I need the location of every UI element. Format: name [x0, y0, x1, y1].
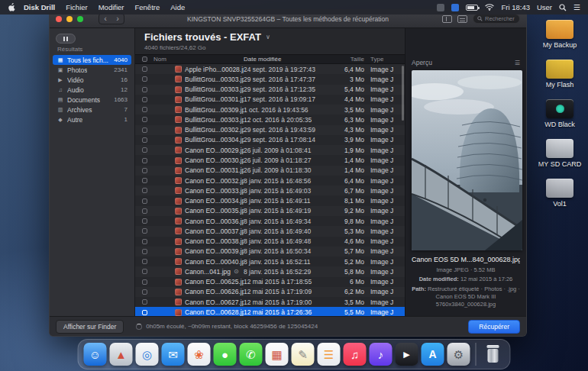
row-checkbox[interactable] — [142, 66, 147, 72]
row-checkbox[interactable] — [142, 158, 147, 163]
music-dock-icon[interactable]: ♫ — [344, 343, 367, 366]
list-view-icon[interactable] — [457, 15, 467, 23]
table-header[interactable]: NomDate modifiéeTailleType — [135, 54, 405, 64]
table-row[interactable]: Canon EO...00626.jpg12 mai 2015 à 17:19:… — [135, 287, 405, 297]
sidebar-item-audio[interactable]: ♫Audio12 — [53, 85, 131, 95]
tv-dock-icon[interactable]: ▶ — [396, 343, 418, 366]
trash-dock-icon[interactable] — [482, 343, 505, 366]
keyboard-input-icon[interactable] — [451, 4, 459, 11]
pause-button[interactable] — [56, 34, 76, 44]
notification-center-icon[interactable]: ☰ — [573, 3, 580, 11]
menu-disk-drill[interactable]: Disk Drill — [18, 3, 60, 11]
column-header-date-modifi-e[interactable]: Date modifiée — [244, 56, 335, 63]
table-row[interactable]: BullittGrou...00302.jpg29 sept. 2016 à 1… — [135, 125, 405, 135]
row-checkbox[interactable] — [142, 97, 147, 102]
finder-dock-icon[interactable]: ☺ — [84, 343, 107, 366]
table-row[interactable]: Canon EO...00628.jpg12 mai 2015 à 17:26:… — [135, 307, 405, 316]
table-row[interactable]: Canon EO...00039.jpg8 janv. 2015 à 16:50… — [135, 247, 405, 256]
column-header-nom[interactable]: Nom — [153, 56, 244, 63]
table-row[interactable]: Canon EO...00625.jpg12 mai 2015 à 17:18:… — [135, 277, 405, 287]
menubar-user[interactable]: User — [537, 3, 552, 11]
battery-icon[interactable] — [466, 5, 478, 11]
column-header-taille[interactable]: Taille — [335, 56, 370, 63]
table-row[interactable]: Canon EO...00029.jpg26 juil. 2009 à 01:0… — [135, 145, 405, 155]
table-row[interactable]: Canon EO...00627.jpg12 mai 2015 à 17:19:… — [135, 297, 405, 307]
sidebar-item-vid-o[interactable]: ▶Vidéo16 — [53, 75, 131, 85]
row-checkbox[interactable] — [142, 228, 147, 234]
row-checkbox[interactable] — [142, 198, 147, 204]
row-checkbox[interactable] — [142, 117, 147, 122]
menubar-app-icon[interactable] — [437, 4, 444, 11]
table-row[interactable]: BullittGrou...00303.jpg29 sept. 2016 à 1… — [135, 85, 405, 95]
menu-modifier[interactable]: Modifier — [93, 3, 130, 11]
row-checkbox[interactable] — [142, 87, 147, 92]
row-checkbox[interactable] — [142, 107, 147, 112]
forward-button[interactable]: › — [111, 14, 124, 24]
chevron-down-icon[interactable]: ∨ — [266, 34, 270, 40]
table-row[interactable]: Canon EO...00034.jpg8 janv. 2015 à 16:49… — [135, 195, 405, 205]
table-row[interactable]: Canon EO...00038.jpg8 janv. 2015 à 16:49… — [135, 237, 405, 247]
notes-dock-icon[interactable]: ✎ — [292, 343, 315, 366]
row-checkbox[interactable] — [142, 279, 147, 285]
row-checkbox[interactable] — [142, 289, 147, 295]
select-all-checkbox[interactable] — [142, 56, 147, 62]
row-checkbox[interactable] — [142, 299, 147, 305]
row-checkbox[interactable] — [142, 249, 147, 254]
show-in-finder-button[interactable]: Afficher sur Finder — [56, 320, 124, 334]
apple-menu-icon[interactable] — [8, 3, 15, 12]
row-checkbox[interactable] — [142, 137, 147, 143]
column-view-icon[interactable] — [442, 15, 452, 23]
row-checkbox[interactable] — [142, 269, 147, 274]
close-button[interactable] — [56, 16, 62, 22]
desktop-icon-my-flash[interactable]: My Flash — [535, 60, 585, 89]
menubar-clock[interactable]: Fri 18:43 — [501, 3, 530, 11]
row-checkbox[interactable] — [142, 127, 147, 133]
launchpad-dock-icon[interactable]: ▲ — [110, 343, 133, 366]
table-row[interactable]: Canon EO...00036.jpg8 janv. 2015 à 16:49… — [135, 216, 405, 226]
back-button[interactable]: ‹ — [99, 14, 111, 24]
table-row[interactable]: Canon EO...00030.jpg26 juil. 2009 à 01:1… — [135, 155, 405, 165]
desktop-icon-my-backup[interactable]: My Backup — [535, 20, 585, 49]
settings-dock-icon[interactable]: ⚙ — [447, 343, 470, 366]
minimize-button[interactable] — [66, 16, 73, 22]
facetime-dock-icon[interactable]: ✆ — [240, 343, 263, 366]
photos-dock-icon[interactable]: ❀ — [188, 343, 211, 366]
sidebar-item-photos[interactable]: ▣Photos2341 — [53, 65, 131, 75]
table-row[interactable]: Canon EO...00032.jpg8 janv. 2015 à 16:48… — [135, 176, 405, 186]
table-row[interactable]: BullittGrou...00304.jpg29 sept. 2016 à 1… — [135, 135, 405, 145]
table-row[interactable]: Canon EO...00037.jpg8 janv. 2015 à 16:49… — [135, 226, 405, 236]
messages-dock-icon[interactable]: ● — [214, 343, 237, 366]
table-row[interactable]: Canon...041.jpg⊙8 janv. 2015 à 16:52:295… — [135, 266, 405, 276]
row-checkbox[interactable] — [142, 310, 147, 315]
table-row[interactable]: Canon EO...00031.jpg26 juil. 2009 à 01:1… — [135, 166, 405, 176]
appstore-dock-icon[interactable]: A — [422, 343, 444, 366]
row-checkbox[interactable] — [142, 147, 147, 153]
row-checkbox[interactable] — [142, 239, 147, 244]
table-row[interactable]: Canon EO...00035.jpg8 janv. 2015 à 16:49… — [135, 206, 405, 216]
table-row[interactable]: BullittGrou...00309.jpg1 oct. 2016 à 19:… — [135, 105, 405, 115]
sidebar-item-documents[interactable]: ▤Documents1663 — [53, 95, 131, 105]
sidebar-item-tous-les-fich[interactable]: ▦Tous les fich...4040 — [53, 55, 131, 65]
desktop-icon-wd-black[interactable]: WD Black — [535, 99, 585, 128]
table-row[interactable]: Canon EO...00040.jpg8 janv. 2015 à 16:52… — [135, 256, 405, 266]
menu-fichier[interactable]: Fichier — [60, 3, 93, 11]
table-row[interactable]: BullittGrou...00303.jpg29 sept. 2016 à 1… — [135, 74, 405, 84]
sidebar-item-archives[interactable]: ▥Archives7 — [53, 105, 131, 115]
zoom-button[interactable] — [77, 16, 83, 22]
row-checkbox[interactable] — [142, 208, 147, 214]
search-field[interactable]: Rechercher — [473, 14, 520, 24]
row-checkbox[interactable] — [142, 168, 147, 173]
column-header-type[interactable]: Type — [370, 56, 405, 63]
row-checkbox[interactable] — [142, 188, 147, 193]
desktop-icon-vol1[interactable]: Vol1 — [535, 179, 585, 208]
wifi-icon[interactable] — [485, 4, 494, 11]
podcasts-dock-icon[interactable]: ♪ — [370, 343, 393, 366]
table-row[interactable]: Canon EO...00033.jpg8 janv. 2015 à 16:49… — [135, 186, 405, 195]
safari-dock-icon[interactable]: ◎ — [136, 343, 159, 366]
table-row[interactable]: Apple iPho...00028.jpg24 sept. 2019 à 19… — [135, 64, 405, 74]
table-row[interactable]: BullittGrou...00301.jpg17 sept. 2016 à 1… — [135, 95, 405, 105]
row-checkbox[interactable] — [142, 178, 147, 183]
desktop-icon-my-sd-card[interactable]: MY SD CARD — [535, 139, 585, 168]
calendar-dock-icon[interactable]: ▦ — [266, 343, 289, 366]
menu-aide[interactable]: Aide — [165, 3, 190, 11]
